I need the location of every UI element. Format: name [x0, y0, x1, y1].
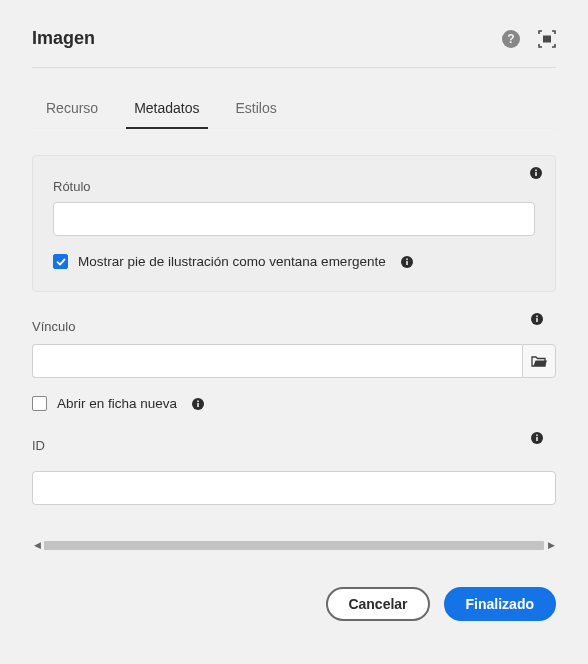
help-icon[interactable]: ?	[502, 30, 520, 48]
id-section: ID	[32, 437, 556, 505]
info-icon[interactable]	[530, 312, 544, 326]
id-input[interactable]	[32, 471, 556, 505]
new-tab-row: Abrir en ficha nueva	[32, 396, 556, 411]
done-button[interactable]: Finalizado	[444, 587, 556, 621]
new-tab-checkbox[interactable]	[32, 396, 47, 411]
new-tab-label: Abrir en ficha nueva	[57, 396, 177, 411]
header-actions: ?	[502, 30, 556, 48]
info-icon[interactable]	[530, 431, 544, 445]
vinculo-input[interactable]	[32, 344, 522, 378]
rotulo-input[interactable]	[53, 202, 535, 236]
tab-metadatos[interactable]: Metadatos	[116, 90, 217, 128]
caption-popup-checkbox[interactable]	[53, 254, 68, 269]
vinculo-section: Vínculo Abrir en ficha nueva	[32, 318, 556, 411]
svg-text:?: ?	[507, 32, 514, 46]
svg-rect-13	[197, 403, 199, 407]
path-picker-button[interactable]	[522, 344, 556, 378]
image-properties-dialog: Imagen ? Recurso Metadatos Estilos Rótul…	[0, 0, 588, 641]
scroll-track[interactable]	[44, 541, 544, 550]
tab-bar: Recurso Metadatos Estilos	[32, 90, 556, 129]
info-icon[interactable]	[400, 255, 414, 269]
tab-recurso[interactable]: Recurso	[32, 90, 116, 128]
svg-rect-5	[535, 170, 537, 172]
scroll-left-arrow[interactable]: ◀	[32, 539, 42, 551]
svg-rect-2	[543, 35, 551, 42]
scroll-right-arrow[interactable]: ▶	[546, 539, 556, 551]
info-icon[interactable]	[529, 166, 543, 180]
svg-rect-16	[536, 437, 538, 441]
rotulo-label: Rótulo	[53, 179, 91, 194]
rotulo-label-row: Rótulo	[53, 178, 535, 194]
dialog-title: Imagen	[32, 28, 95, 49]
svg-rect-17	[536, 435, 538, 437]
svg-rect-11	[536, 316, 538, 318]
fullscreen-icon[interactable]	[538, 30, 556, 48]
svg-rect-7	[406, 261, 408, 265]
caption-popup-row: Mostrar pie de ilustración como ventana …	[53, 254, 535, 269]
folder-open-icon	[531, 354, 547, 368]
horizontal-scrollbar[interactable]: ◀ ▶	[32, 539, 556, 551]
svg-rect-8	[406, 258, 408, 260]
id-label: ID	[32, 438, 45, 453]
caption-popup-label: Mostrar pie de ilustración como ventana …	[78, 254, 386, 269]
tab-estilos[interactable]: Estilos	[218, 90, 295, 128]
svg-rect-10	[536, 318, 538, 322]
cancel-button[interactable]: Cancelar	[326, 587, 429, 621]
vinculo-label: Vínculo	[32, 319, 75, 334]
rotulo-group: Rótulo Mostrar pie de ilustración como v…	[32, 155, 556, 292]
info-icon[interactable]	[191, 397, 205, 411]
svg-rect-14	[197, 400, 199, 402]
svg-rect-4	[535, 172, 537, 176]
vinculo-input-group	[32, 344, 556, 378]
dialog-header: Imagen ?	[32, 28, 556, 68]
dialog-footer: Cancelar Finalizado	[32, 587, 556, 621]
tab-content: Rótulo Mostrar pie de ilustración como v…	[32, 155, 556, 551]
